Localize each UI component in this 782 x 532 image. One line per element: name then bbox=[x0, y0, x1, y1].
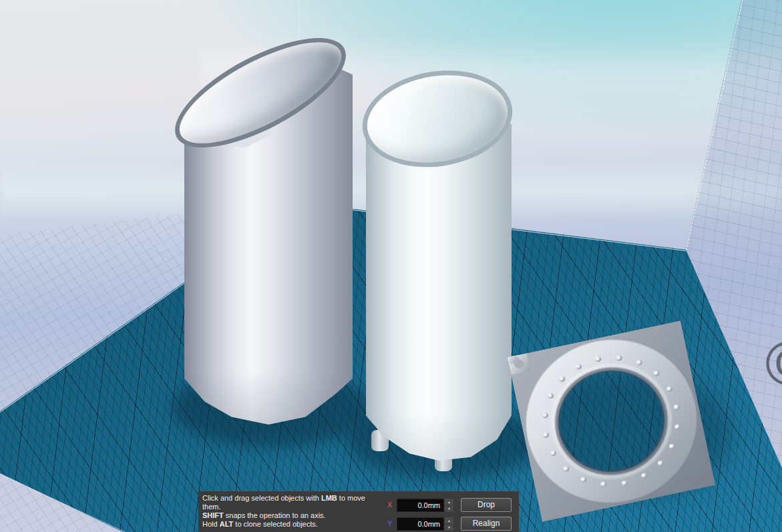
slicer-3d-viewport[interactable]: © Click and drag selected objects with L… bbox=[0, 0, 782, 532]
flange-bolt-hole bbox=[600, 481, 607, 488]
flange-bolt-hole bbox=[673, 404, 680, 411]
y-offset-stepper: ▲ ▼ bbox=[445, 517, 453, 531]
flange-bolt-hole bbox=[595, 356, 602, 362]
x-spin-up-icon[interactable]: ▲ bbox=[445, 499, 453, 506]
flange-bolt-hole bbox=[653, 370, 660, 377]
flange-bolt-hole bbox=[563, 466, 570, 473]
x-offset-stepper: ▲ ▼ bbox=[445, 499, 453, 512]
flange-bolt-hole bbox=[550, 451, 556, 457]
flange-bolt-hole bbox=[666, 386, 672, 392]
model-flange-ring[interactable] bbox=[508, 320, 716, 522]
flange-bolt-hole bbox=[616, 354, 622, 361]
flange-bolt-hole bbox=[674, 424, 680, 431]
y-offset-input[interactable] bbox=[397, 517, 444, 531]
y-axis-label: Y bbox=[387, 519, 392, 527]
flange-bolt-hole bbox=[575, 363, 582, 370]
help-line-3: Hold ALT to clone selected objects. bbox=[202, 520, 385, 529]
copyright-watermark-glyph: © bbox=[765, 332, 782, 394]
flange-bolt-hole bbox=[668, 443, 675, 450]
x-offset-input[interactable] bbox=[397, 499, 444, 512]
flange-bolt-hole bbox=[580, 477, 587, 483]
flange-bolt-hole bbox=[559, 376, 566, 382]
y-spin-down-icon[interactable]: ▼ bbox=[445, 525, 453, 531]
y-spin-up-icon[interactable]: ▲ bbox=[445, 517, 453, 525]
help-text: Click and drag selected objects with LMB… bbox=[202, 494, 385, 529]
x-axis-label: X bbox=[387, 501, 392, 509]
flange-bolt-hole bbox=[636, 360, 642, 366]
realign-button[interactable]: Realign bbox=[461, 517, 512, 531]
flange-bolt-hole bbox=[657, 460, 664, 467]
flange-bolt-hole bbox=[542, 412, 548, 419]
flange-bolt-hole bbox=[621, 480, 628, 487]
flange-bolt-hole bbox=[640, 473, 647, 479]
flange-bolt-hole bbox=[542, 432, 549, 439]
x-spin-down-icon[interactable]: ▼ bbox=[445, 506, 453, 513]
help-line-2: SHIFT snaps the operation to an axis. bbox=[202, 511, 385, 520]
drop-button[interactable]: Drop bbox=[461, 498, 512, 512]
move-help-panel: Click and drag selected objects with LMB… bbox=[198, 491, 519, 532]
flange-ring-holes bbox=[508, 320, 716, 522]
help-line-1: Click and drag selected objects with LMB… bbox=[202, 494, 385, 511]
flange-bolt-hole bbox=[548, 392, 554, 399]
